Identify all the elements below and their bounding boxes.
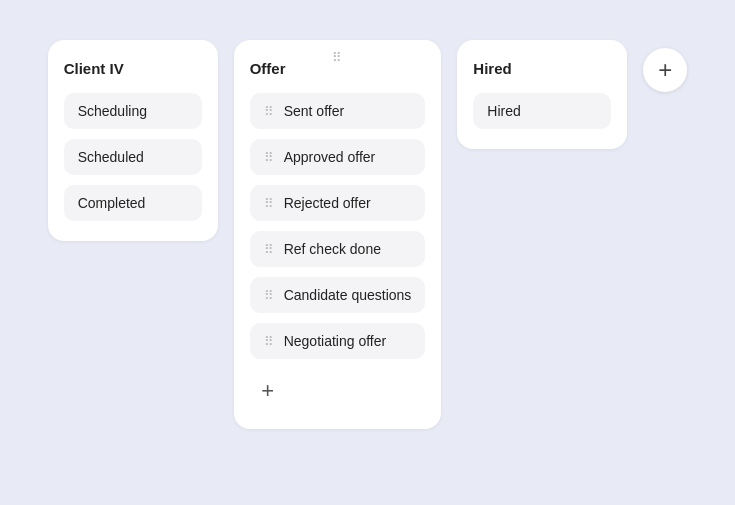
column-title-client-iv: Client IV [64,60,202,77]
card-negotiating-offer[interactable]: ⠿ Negotiating offer [250,323,426,359]
card-completed[interactable]: Completed [64,185,202,221]
column-offer: ⠿ Offer ⠿ Sent offer ⠿ Approved offer ⠿ … [234,40,442,429]
drag-handle-icon-ref-check-done: ⠿ [264,242,274,257]
card-scheduling[interactable]: Scheduling [64,93,202,129]
drag-handle-icon-negotiating-offer: ⠿ [264,334,274,349]
drag-handle-icon-rejected-offer: ⠿ [264,196,274,211]
card-sent-offer[interactable]: ⠿ Sent offer [250,93,426,129]
card-candidate-questions[interactable]: ⠿ Candidate questions [250,277,426,313]
add-card-button-offer[interactable]: + [250,373,286,409]
drag-handle-icon-candidate-questions: ⠿ [264,288,274,303]
card-label-hired: Hired [487,103,520,119]
column-hired: Hired Hired [457,40,627,149]
card-label-completed: Completed [78,195,146,211]
card-ref-check-done[interactable]: ⠿ Ref check done [250,231,426,267]
drag-handle-icon-sent-offer: ⠿ [264,104,274,119]
card-label-negotiating-offer: Negotiating offer [284,333,386,349]
card-label-candidate-questions: Candidate questions [284,287,412,303]
card-label-approved-offer: Approved offer [284,149,376,165]
drag-handle-icon-approved-offer: ⠿ [264,150,274,165]
column-title-hired: Hired [473,60,611,77]
card-scheduled[interactable]: Scheduled [64,139,202,175]
card-hired[interactable]: Hired [473,93,611,129]
column-client-iv: Client IV Scheduling Scheduled Completed [48,40,218,241]
card-label-sent-offer: Sent offer [284,103,344,119]
card-label-ref-check-done: Ref check done [284,241,381,257]
card-rejected-offer[interactable]: ⠿ Rejected offer [250,185,426,221]
column-drag-handle-offer[interactable]: ⠿ [332,50,344,65]
card-label-rejected-offer: Rejected offer [284,195,371,211]
card-approved-offer[interactable]: ⠿ Approved offer [250,139,426,175]
card-label-scheduled: Scheduled [78,149,144,165]
card-label-scheduling: Scheduling [78,103,147,119]
kanban-board: Client IV Scheduling Scheduled Completed… [48,40,688,429]
add-column-button[interactable]: + [643,48,687,92]
